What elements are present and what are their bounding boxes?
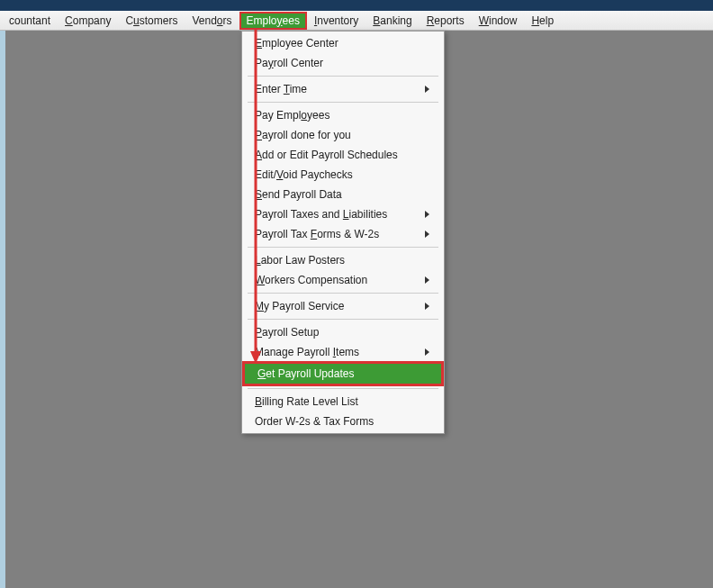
chevron-right-icon [425,276,429,284]
menu-vendors[interactable]: Vendors [185,12,239,30]
chevron-right-icon [425,303,429,310]
menu-help[interactable]: Help [524,12,561,30]
chevron-right-icon [425,231,429,238]
dd-workers-compensation[interactable]: Workers Compensation [242,270,444,290]
menu-employees[interactable]: Employees [239,12,307,30]
dd-separator [248,102,438,103]
employees-dropdown: Employee Center Payroll Center Enter Tim… [241,31,445,434]
dd-get-payroll-updates[interactable]: Get Payroll Updates [242,361,444,386]
dd-labor-law-posters[interactable]: Labor Law Posters [242,250,444,270]
dd-order-w2s[interactable]: Order W-2s & Tax Forms [242,412,444,431]
dd-payroll-setup[interactable]: Payroll Setup [242,322,444,342]
dd-pay-employees[interactable]: Pay Employees [242,105,444,125]
dd-separator [248,76,438,77]
dd-payroll-tax-forms[interactable]: Payroll Tax Forms & W-2s [242,224,444,244]
dd-payroll-done-for-you[interactable]: Payroll done for you [242,125,444,145]
chevron-right-icon [425,211,429,218]
dd-add-edit-schedules[interactable]: Add or Edit Payroll Schedules [242,145,444,165]
dd-enter-time[interactable]: Enter Time [242,79,444,99]
menu-inventory[interactable]: Inventory [307,12,366,30]
dd-separator [248,319,438,320]
dd-billing-rate-list[interactable]: Billing Rate Level List [242,392,444,412]
dd-separator [248,388,438,389]
menu-banking[interactable]: Banking [366,12,419,30]
menu-window[interactable]: Window [472,12,525,30]
dd-payroll-center[interactable]: Payroll Center [242,53,444,73]
dd-payroll-taxes-liabilities[interactable]: Payroll Taxes and Liabilities [242,204,444,224]
dd-my-payroll-service[interactable]: My Payroll Service [242,296,444,316]
dd-send-payroll-data[interactable]: Send Payroll Data [242,185,444,204]
dd-edit-void-paychecks[interactable]: Edit/Void Paychecks [242,165,444,185]
title-bar [0,0,713,11]
menu-bar: countant Company Customers Vendors Emplo… [0,11,713,31]
dd-manage-payroll-items[interactable]: Manage Payroll Items [242,342,444,362]
menu-accountant[interactable]: countant [2,12,58,30]
chevron-right-icon [425,348,429,356]
menu-customers[interactable]: Customers [118,12,185,30]
menu-company[interactable]: Company [58,12,118,30]
dd-separator [248,247,438,248]
dd-separator [248,293,438,294]
menu-reports[interactable]: Reports [420,12,472,30]
dd-employee-center[interactable]: Employee Center [242,33,444,53]
chevron-right-icon [425,86,429,93]
